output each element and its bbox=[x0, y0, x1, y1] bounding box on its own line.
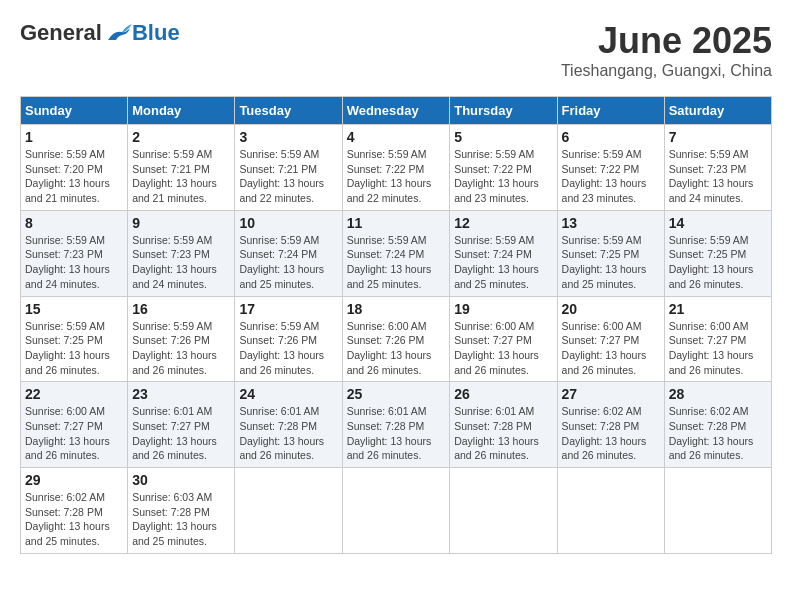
day-info: Sunrise: 6:02 AM Sunset: 7:28 PM Dayligh… bbox=[669, 404, 767, 463]
day-info: Sunrise: 5:59 AM Sunset: 7:26 PM Dayligh… bbox=[239, 319, 337, 378]
column-header-tuesday: Tuesday bbox=[235, 97, 342, 125]
calendar-week-row: 8 Sunrise: 5:59 AM Sunset: 7:23 PM Dayli… bbox=[21, 210, 772, 296]
day-info: Sunrise: 5:59 AM Sunset: 7:21 PM Dayligh… bbox=[132, 147, 230, 206]
month-title: June 2025 bbox=[561, 20, 772, 62]
calendar-cell: 7 Sunrise: 5:59 AM Sunset: 7:23 PM Dayli… bbox=[664, 125, 771, 211]
location-text: Tieshangang, Guangxi, China bbox=[561, 62, 772, 80]
logo: General Blue bbox=[20, 20, 180, 46]
day-info: Sunrise: 5:59 AM Sunset: 7:23 PM Dayligh… bbox=[25, 233, 123, 292]
calendar-cell bbox=[450, 468, 557, 554]
day-number: 1 bbox=[25, 129, 123, 145]
day-info: Sunrise: 6:00 AM Sunset: 7:26 PM Dayligh… bbox=[347, 319, 446, 378]
calendar-cell: 29 Sunrise: 6:02 AM Sunset: 7:28 PM Dayl… bbox=[21, 468, 128, 554]
day-info: Sunrise: 6:00 AM Sunset: 7:27 PM Dayligh… bbox=[562, 319, 660, 378]
page-header: General Blue June 2025 Tieshangang, Guan… bbox=[20, 20, 772, 80]
day-number: 13 bbox=[562, 215, 660, 231]
column-header-monday: Monday bbox=[128, 97, 235, 125]
day-number: 14 bbox=[669, 215, 767, 231]
calendar-cell: 19 Sunrise: 6:00 AM Sunset: 7:27 PM Dayl… bbox=[450, 296, 557, 382]
day-info: Sunrise: 6:00 AM Sunset: 7:27 PM Dayligh… bbox=[669, 319, 767, 378]
day-info: Sunrise: 5:59 AM Sunset: 7:25 PM Dayligh… bbox=[669, 233, 767, 292]
day-info: Sunrise: 6:00 AM Sunset: 7:27 PM Dayligh… bbox=[454, 319, 552, 378]
calendar-cell: 18 Sunrise: 6:00 AM Sunset: 7:26 PM Dayl… bbox=[342, 296, 450, 382]
day-info: Sunrise: 5:59 AM Sunset: 7:23 PM Dayligh… bbox=[669, 147, 767, 206]
calendar-cell: 3 Sunrise: 5:59 AM Sunset: 7:21 PM Dayli… bbox=[235, 125, 342, 211]
column-header-friday: Friday bbox=[557, 97, 664, 125]
day-number: 5 bbox=[454, 129, 552, 145]
calendar-cell bbox=[664, 468, 771, 554]
day-info: Sunrise: 5:59 AM Sunset: 7:25 PM Dayligh… bbox=[25, 319, 123, 378]
calendar-cell: 30 Sunrise: 6:03 AM Sunset: 7:28 PM Dayl… bbox=[128, 468, 235, 554]
day-number: 29 bbox=[25, 472, 123, 488]
calendar-cell: 16 Sunrise: 5:59 AM Sunset: 7:26 PM Dayl… bbox=[128, 296, 235, 382]
day-number: 17 bbox=[239, 301, 337, 317]
calendar-header-row: SundayMondayTuesdayWednesdayThursdayFrid… bbox=[21, 97, 772, 125]
day-number: 20 bbox=[562, 301, 660, 317]
day-number: 25 bbox=[347, 386, 446, 402]
calendar-cell: 24 Sunrise: 6:01 AM Sunset: 7:28 PM Dayl… bbox=[235, 382, 342, 468]
day-info: Sunrise: 6:02 AM Sunset: 7:28 PM Dayligh… bbox=[562, 404, 660, 463]
day-number: 9 bbox=[132, 215, 230, 231]
day-number: 21 bbox=[669, 301, 767, 317]
day-number: 26 bbox=[454, 386, 552, 402]
calendar-cell: 12 Sunrise: 5:59 AM Sunset: 7:24 PM Dayl… bbox=[450, 210, 557, 296]
day-number: 24 bbox=[239, 386, 337, 402]
day-number: 8 bbox=[25, 215, 123, 231]
day-number: 23 bbox=[132, 386, 230, 402]
day-info: Sunrise: 5:59 AM Sunset: 7:22 PM Dayligh… bbox=[347, 147, 446, 206]
day-info: Sunrise: 6:01 AM Sunset: 7:28 PM Dayligh… bbox=[239, 404, 337, 463]
title-section: June 2025 Tieshangang, Guangxi, China bbox=[561, 20, 772, 80]
calendar-cell: 17 Sunrise: 5:59 AM Sunset: 7:26 PM Dayl… bbox=[235, 296, 342, 382]
day-number: 4 bbox=[347, 129, 446, 145]
day-number: 30 bbox=[132, 472, 230, 488]
day-number: 22 bbox=[25, 386, 123, 402]
day-number: 12 bbox=[454, 215, 552, 231]
day-number: 6 bbox=[562, 129, 660, 145]
calendar-cell: 9 Sunrise: 5:59 AM Sunset: 7:23 PM Dayli… bbox=[128, 210, 235, 296]
calendar-cell: 26 Sunrise: 6:01 AM Sunset: 7:28 PM Dayl… bbox=[450, 382, 557, 468]
day-number: 19 bbox=[454, 301, 552, 317]
day-info: Sunrise: 5:59 AM Sunset: 7:24 PM Dayligh… bbox=[454, 233, 552, 292]
calendar-cell: 10 Sunrise: 5:59 AM Sunset: 7:24 PM Dayl… bbox=[235, 210, 342, 296]
calendar-cell bbox=[342, 468, 450, 554]
day-info: Sunrise: 6:02 AM Sunset: 7:28 PM Dayligh… bbox=[25, 490, 123, 549]
day-number: 7 bbox=[669, 129, 767, 145]
day-info: Sunrise: 5:59 AM Sunset: 7:21 PM Dayligh… bbox=[239, 147, 337, 206]
calendar-cell: 8 Sunrise: 5:59 AM Sunset: 7:23 PM Dayli… bbox=[21, 210, 128, 296]
calendar-week-row: 1 Sunrise: 5:59 AM Sunset: 7:20 PM Dayli… bbox=[21, 125, 772, 211]
day-info: Sunrise: 6:01 AM Sunset: 7:28 PM Dayligh… bbox=[347, 404, 446, 463]
calendar-cell: 13 Sunrise: 5:59 AM Sunset: 7:25 PM Dayl… bbox=[557, 210, 664, 296]
calendar-cell: 2 Sunrise: 5:59 AM Sunset: 7:21 PM Dayli… bbox=[128, 125, 235, 211]
calendar-cell: 20 Sunrise: 6:00 AM Sunset: 7:27 PM Dayl… bbox=[557, 296, 664, 382]
day-number: 15 bbox=[25, 301, 123, 317]
calendar-cell: 4 Sunrise: 5:59 AM Sunset: 7:22 PM Dayli… bbox=[342, 125, 450, 211]
day-info: Sunrise: 5:59 AM Sunset: 7:26 PM Dayligh… bbox=[132, 319, 230, 378]
calendar-week-row: 29 Sunrise: 6:02 AM Sunset: 7:28 PM Dayl… bbox=[21, 468, 772, 554]
calendar-cell: 15 Sunrise: 5:59 AM Sunset: 7:25 PM Dayl… bbox=[21, 296, 128, 382]
column-header-wednesday: Wednesday bbox=[342, 97, 450, 125]
calendar-cell: 6 Sunrise: 5:59 AM Sunset: 7:22 PM Dayli… bbox=[557, 125, 664, 211]
day-number: 27 bbox=[562, 386, 660, 402]
day-info: Sunrise: 5:59 AM Sunset: 7:22 PM Dayligh… bbox=[562, 147, 660, 206]
day-number: 28 bbox=[669, 386, 767, 402]
calendar-cell: 1 Sunrise: 5:59 AM Sunset: 7:20 PM Dayli… bbox=[21, 125, 128, 211]
day-number: 2 bbox=[132, 129, 230, 145]
day-info: Sunrise: 5:59 AM Sunset: 7:25 PM Dayligh… bbox=[562, 233, 660, 292]
calendar-cell: 5 Sunrise: 5:59 AM Sunset: 7:22 PM Dayli… bbox=[450, 125, 557, 211]
column-header-sunday: Sunday bbox=[21, 97, 128, 125]
day-number: 18 bbox=[347, 301, 446, 317]
logo-blue-text: Blue bbox=[132, 20, 180, 46]
calendar-table: SundayMondayTuesdayWednesdayThursdayFrid… bbox=[20, 96, 772, 554]
day-number: 11 bbox=[347, 215, 446, 231]
day-info: Sunrise: 5:59 AM Sunset: 7:23 PM Dayligh… bbox=[132, 233, 230, 292]
calendar-cell: 23 Sunrise: 6:01 AM Sunset: 7:27 PM Dayl… bbox=[128, 382, 235, 468]
calendar-cell: 28 Sunrise: 6:02 AM Sunset: 7:28 PM Dayl… bbox=[664, 382, 771, 468]
day-info: Sunrise: 5:59 AM Sunset: 7:24 PM Dayligh… bbox=[239, 233, 337, 292]
logo-bird-icon bbox=[104, 22, 132, 44]
calendar-cell: 25 Sunrise: 6:01 AM Sunset: 7:28 PM Dayl… bbox=[342, 382, 450, 468]
column-header-saturday: Saturday bbox=[664, 97, 771, 125]
day-info: Sunrise: 6:01 AM Sunset: 7:28 PM Dayligh… bbox=[454, 404, 552, 463]
calendar-cell: 14 Sunrise: 5:59 AM Sunset: 7:25 PM Dayl… bbox=[664, 210, 771, 296]
calendar-cell: 27 Sunrise: 6:02 AM Sunset: 7:28 PM Dayl… bbox=[557, 382, 664, 468]
column-header-thursday: Thursday bbox=[450, 97, 557, 125]
